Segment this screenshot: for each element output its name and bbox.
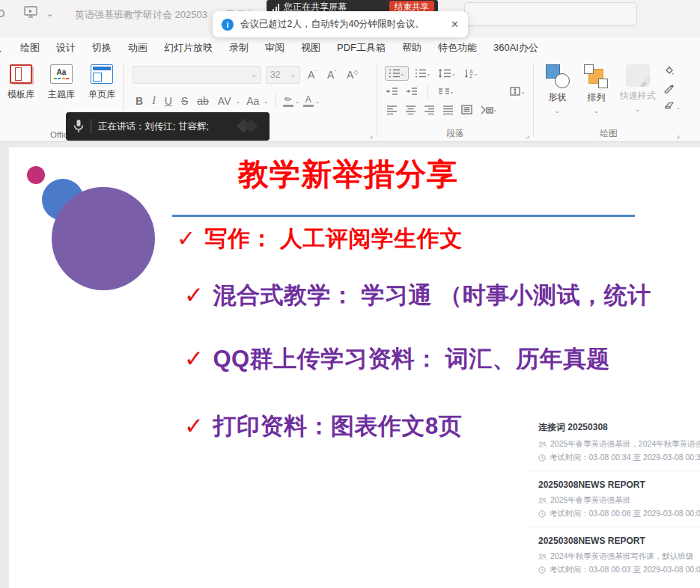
- tab-review[interactable]: 审阅: [257, 41, 293, 55]
- search-box[interactable]: [464, 2, 637, 26]
- font-dialog-launcher[interactable]: ⌟: [369, 131, 373, 139]
- exam-item[interactable]: 20250308NEWS REPORT 2024年秋季英语强基班写作课，默认班级…: [528, 527, 700, 583]
- shadow-strike-button[interactable]: S: [178, 95, 191, 107]
- tab-360ai[interactable]: 360AI办公: [485, 41, 547, 55]
- shape-outline-button[interactable]: [663, 83, 681, 95]
- exam-time: 考试时间：03-08 00:34 至 2029-03-08 00:35: [538, 453, 700, 463]
- columns-button[interactable]: ⌄: [436, 85, 456, 97]
- clock-icon: [538, 566, 546, 574]
- tab-draw[interactable]: 绘图: [12, 41, 48, 55]
- exam-item[interactable]: 连接词 20250308 2025年春季英语强基班，2024年秋季英语强基班写 …: [528, 413, 700, 471]
- chevron-down-icon: ⌄: [520, 88, 526, 95]
- tab-design[interactable]: 设计: [48, 41, 84, 55]
- bullet-list-button[interactable]: ⌄: [385, 66, 409, 81]
- character-spacing-button[interactable]: AV: [215, 95, 234, 107]
- bold-button[interactable]: B: [133, 95, 146, 107]
- template-library-icon: [10, 64, 32, 84]
- highlight-color-button[interactable]: ✎: [283, 95, 293, 108]
- tab-pdf-toolbox[interactable]: PDF工具箱: [329, 41, 394, 55]
- text-direction-button[interactable]: ⌄: [508, 85, 527, 98]
- theme-library-icon: Aa: [50, 64, 73, 84]
- exam-classes: 2025年春季英语强基班: [538, 495, 700, 506]
- meeting-message: 会议已超过2人，自动转为40分钟限时会议。: [240, 18, 424, 31]
- people-icon: [538, 441, 547, 448]
- paragraph-group: ⌄ ⌄ ⌄ AZ ⌄ ⌄: [377, 58, 533, 141]
- chevron-down-icon: ⌄: [295, 98, 300, 105]
- chevron-down-icon: ⌄: [264, 98, 269, 105]
- decoration-circle-magenta: [27, 166, 45, 184]
- check-icon: ✓: [184, 413, 204, 439]
- eraser-button[interactable]: ⌄: [663, 100, 681, 111]
- decoration-circle-purple: [52, 187, 155, 290]
- drawing-group: 形状 ⌄ 排列 ⌄ 快速样式 ⌄ ⌄ 绘图 ⌟: [534, 58, 684, 141]
- chevron-down-icon: ⌄: [235, 98, 240, 105]
- shape-fill-button[interactable]: [663, 66, 681, 78]
- drawing-dialog-launcher[interactable]: ⌟: [676, 131, 680, 139]
- tab-slideshow[interactable]: 幻灯片放映: [156, 41, 221, 55]
- underline-button[interactable]: U: [162, 95, 175, 107]
- tab-insert-partial[interactable]: 插入: [0, 41, 12, 55]
- exam-list-panel: 连接词 20250308 2025年春季英语强基班，2024年秋季英语强基班写 …: [528, 413, 700, 583]
- exam-time: 考试时间：03-08 00:08 至 2029-03-08 00:08: [538, 509, 700, 519]
- undo-icon[interactable]: ⟲: [0, 6, 10, 22]
- tab-view[interactable]: 视图: [293, 41, 329, 55]
- paragraph-group-label: 段落: [377, 128, 533, 139]
- tab-record[interactable]: 录制: [221, 41, 257, 55]
- change-case-button[interactable]: Aa: [243, 95, 262, 107]
- clear-formatting-button[interactable]: A◇: [344, 69, 362, 81]
- quick-access-chevron-icon[interactable]: ⌄: [46, 9, 53, 19]
- chevron-down-icon: ⌄: [449, 88, 454, 95]
- info-icon: i: [222, 19, 234, 31]
- chevron-down-icon: ⌄: [290, 71, 296, 79]
- tab-help[interactable]: 帮助: [394, 41, 430, 55]
- chevron-down-icon: ⌄: [635, 105, 641, 113]
- align-left-button[interactable]: [385, 103, 399, 116]
- check-icon: ✓: [177, 226, 196, 251]
- tab-special-features[interactable]: 特色功能: [430, 41, 485, 55]
- justify-button[interactable]: [441, 103, 455, 116]
- align-right-button[interactable]: [422, 103, 436, 116]
- italic-button[interactable]: I: [149, 95, 159, 107]
- bullet-qq-materials: ✓QQ群上传学习资料： 词汇、历年真题: [184, 343, 610, 375]
- grow-font-button[interactable]: Aˆ: [305, 69, 320, 81]
- font-color-button[interactable]: A: [303, 95, 314, 108]
- speaking-toast: 正在讲话：刘传江; 甘容辉;: [66, 112, 270, 141]
- decrease-indent-button[interactable]: [385, 85, 400, 97]
- signal-bars-icon: [273, 3, 279, 11]
- chevron-down-icon: ⌄: [473, 70, 478, 77]
- clock-icon: [538, 510, 546, 518]
- meeting-app-logo: [237, 117, 262, 135]
- close-icon[interactable]: ✕: [451, 19, 459, 30]
- convert-to-smartart-button[interactable]: ⌄: [478, 103, 499, 116]
- strikethrough-button[interactable]: ab: [194, 95, 212, 107]
- tab-animations[interactable]: 动画: [120, 41, 156, 55]
- line-spacing-button[interactable]: ⌄: [436, 67, 457, 80]
- exam-title: 20250308NEWS REPORT: [538, 480, 700, 490]
- sort-button[interactable]: AZ ⌄: [462, 67, 480, 80]
- align-center-button[interactable]: [404, 103, 418, 116]
- exam-item[interactable]: 20250308NEWS REPORT 2025年春季英语强基班 考试时间：03…: [528, 471, 700, 527]
- title-divider-line: [172, 215, 635, 217]
- font-size-select[interactable]: 32 ⌄: [266, 66, 300, 84]
- clock-icon: [538, 454, 546, 462]
- chevron-down-icon: ⌄: [315, 98, 320, 105]
- bullet-writing: ✓写作： 人工评阅学生作文: [177, 224, 463, 254]
- tab-transitions[interactable]: 切换: [84, 41, 120, 55]
- chevron-down-icon: ⌄: [554, 107, 560, 114]
- shrink-font-button[interactable]: Aˇ: [324, 69, 339, 81]
- bullet-blended-teaching: ✓混合式教学： 学习通 （时事小测试，统计: [184, 280, 651, 311]
- speaking-text: 正在讲话：刘传江; 甘容辉;: [98, 120, 209, 133]
- increase-indent-button[interactable]: [404, 85, 419, 97]
- chevron-down-icon: ⌄: [493, 106, 498, 113]
- shapes-icon: [544, 64, 570, 88]
- people-icon: [538, 497, 547, 504]
- people-icon: [538, 554, 547, 560]
- font-name-select[interactable]: ⌄: [133, 66, 261, 84]
- chevron-down-icon: ⌄: [451, 70, 456, 77]
- numbered-list-button[interactable]: ⌄: [413, 67, 433, 80]
- chevron-down-icon: ⌄: [251, 71, 257, 79]
- chevron-down-icon: ⌄: [594, 107, 600, 114]
- slideshow-icon[interactable]: [24, 6, 37, 21]
- distribute-button[interactable]: [460, 103, 474, 116]
- paragraph-dialog-launcher[interactable]: ⌟: [526, 131, 529, 139]
